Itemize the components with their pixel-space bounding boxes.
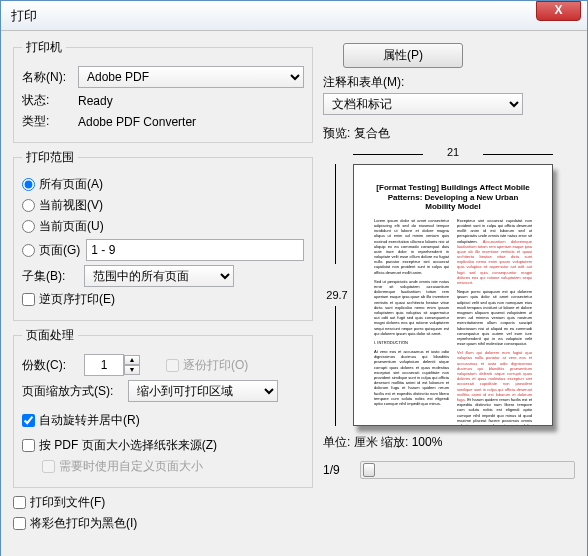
printer-legend: 打印机	[22, 39, 66, 56]
choose-source-check[interactable]: 按 PDF 页面大小选择纸张来源(Z)	[22, 437, 217, 454]
page-indicator: 1/9	[323, 463, 340, 477]
subset-label: 子集(B):	[22, 268, 78, 285]
radio-pages-input[interactable]	[22, 244, 35, 257]
autorotate-check[interactable]: 自动旋转并居中(R)	[22, 412, 140, 429]
range-legend: 打印范围	[22, 149, 78, 166]
comments-select[interactable]: 文档和标记	[323, 93, 523, 115]
handling-group: 页面处理 份数(C): ▲▼ 逐份打印(O) 页面缩放方式(S): 缩小到可打印…	[13, 327, 313, 488]
radio-all-input[interactable]	[22, 178, 35, 191]
radio-view[interactable]: 当前视图(V)	[22, 197, 103, 214]
scale-label: 页面缩放方式(S):	[22, 383, 122, 400]
collate-check: 逐份打印(O)	[166, 357, 248, 374]
preview-page: [Format Testing] Buildings Affect Mobile…	[353, 164, 553, 426]
subset-select[interactable]: 范围中的所有页面	[84, 265, 234, 287]
printer-type-label: 类型:	[22, 113, 72, 130]
slider-thumb[interactable]	[363, 463, 375, 477]
title-bar[interactable]: 打印 X	[1, 1, 587, 31]
scale-select[interactable]: 缩小到可打印区域	[128, 380, 278, 402]
print-dialog: 打印 X 打印机 名称(N): Adobe PDF 状态: Ready 类型:	[0, 0, 588, 556]
reverse-check[interactable]: 逆页序打印(E)	[22, 291, 115, 308]
handling-legend: 页面处理	[22, 327, 78, 344]
radio-pages[interactable]: 页面(G)	[22, 242, 80, 259]
spin-down-icon[interactable]: ▼	[124, 365, 140, 375]
print-to-file-check[interactable]: 打印到文件(F)	[13, 494, 105, 511]
preview-height: 29.7	[323, 164, 351, 426]
printer-group: 打印机 名称(N): Adobe PDF 状态: Ready 类型: Adobe…	[13, 39, 313, 143]
spin-up-icon[interactable]: ▲	[124, 355, 140, 365]
preview-width: 21	[353, 146, 553, 158]
reverse-check-input[interactable]	[22, 293, 35, 306]
printer-status-label: 状态:	[22, 92, 72, 109]
color-as-black-check[interactable]: 将彩色打印为黑色(I)	[13, 515, 137, 532]
choose-source-check-input[interactable]	[22, 439, 35, 452]
print-to-file-input[interactable]	[13, 496, 26, 509]
preview-area: 21 29.7 [Format Testing] Buildings Affec…	[323, 146, 553, 426]
preview-doc-title: [Format Testing] Buildings Affect Mobile…	[374, 183, 532, 212]
copies-input[interactable]	[84, 354, 124, 376]
radio-current[interactable]: 当前页面(U)	[22, 218, 104, 235]
preview-label: 预览: 复合色	[323, 125, 575, 142]
collate-check-input	[166, 359, 179, 372]
color-as-black-input[interactable]	[13, 517, 26, 530]
footer: 打印提示(T) 高级(D) 小结注释(U) 确定 取消	[1, 548, 587, 556]
printer-name-select[interactable]: Adobe PDF	[78, 66, 304, 88]
autorotate-check-input[interactable]	[22, 414, 35, 427]
printer-name-label: 名称(N):	[22, 69, 72, 86]
copies-spinner[interactable]: ▲▼	[84, 354, 140, 376]
preview-units: 单位: 厘米 缩放: 100%	[323, 434, 575, 451]
copies-label: 份数(C):	[22, 357, 78, 374]
radio-view-input[interactable]	[22, 199, 35, 212]
range-group: 打印范围 所有页面(A) 当前视图(V) 当前页面(U) 页面(G) 子集(B)…	[13, 149, 313, 321]
radio-all[interactable]: 所有页面(A)	[22, 176, 103, 193]
comments-label: 注释和表单(M):	[323, 74, 575, 91]
printer-status-value: Ready	[78, 94, 113, 108]
custom-size-check: 需要时使用自定义页面大小	[42, 458, 203, 475]
close-button[interactable]: X	[536, 1, 581, 21]
window-title: 打印	[11, 7, 536, 25]
properties-button[interactable]: 属性(P)	[343, 43, 463, 68]
radio-current-input[interactable]	[22, 220, 35, 233]
pages-input[interactable]	[86, 239, 304, 261]
custom-size-check-input	[42, 460, 55, 473]
printer-type-value: Adobe PDF Converter	[78, 115, 196, 129]
preview-columns: Lorem ipsum dolor sit amet consectetur a…	[374, 218, 532, 426]
page-slider[interactable]	[360, 461, 575, 479]
